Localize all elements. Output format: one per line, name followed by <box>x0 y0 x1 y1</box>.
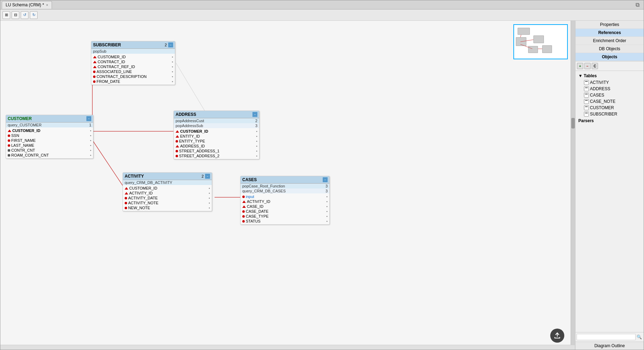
right-panel: Properties References Enrichment Order D… <box>575 21 644 350</box>
svg-line-7 <box>520 40 533 42</box>
tab-close-btn[interactable]: × <box>46 3 48 7</box>
toolbar-btn-sync[interactable]: ↻ <box>30 11 38 19</box>
toolbar-btn-refresh[interactable]: ↺ <box>21 11 28 19</box>
remove-object-btn[interactable]: − <box>584 63 591 69</box>
tree-item-address[interactable]: ADDRESS <box>583 86 642 92</box>
tree-item-label: SUBSCRIBER <box>590 112 617 117</box>
cases-minimize-btn[interactable]: − <box>323 177 328 182</box>
field-icon <box>125 187 128 190</box>
tree-item-label: ADDRESS <box>590 86 610 91</box>
customer-minimize-btn[interactable]: − <box>86 116 91 121</box>
minimap[interactable] <box>513 24 568 59</box>
activity-subheader: query_CRM_DB_ACTIVITY <box>123 180 212 185</box>
clear-object-btn[interactable]: C <box>592 63 598 69</box>
panel-content: ▼ Tables ACTIVITY ADDRESS CASES <box>576 71 644 332</box>
tab-db-objects[interactable]: DB Objects <box>576 45 644 53</box>
lu-schema-tab[interactable]: LU Schema (CRM) * × <box>2 1 52 9</box>
cases-table: CASES − popCase_Root_Function 3 query_CR… <box>240 176 330 225</box>
objects-toolbar: + − C <box>576 61 644 71</box>
field-icon <box>176 135 179 138</box>
tab-enrichment-order[interactable]: Enrichment Order <box>576 37 644 45</box>
activity-title: ACTIVITY <box>125 174 144 179</box>
toolbar: ⊞ ⊟ ↺ ↻ <box>0 9 644 21</box>
activity-table: ACTIVITY 2 − query_CRM_DB_ACTIVITY CUSTO… <box>123 172 212 211</box>
cases-field-2: ACTIVITY_ID• <box>241 199 329 204</box>
subscriber-field-3: CONTRACT_REF_ID• <box>91 64 175 69</box>
scrollbar-thumb <box>571 118 575 128</box>
cases-subheader1: popCase_Root_Function 3 <box>241 184 329 189</box>
tab-properties[interactable]: Properties <box>576 21 644 29</box>
field-dot <box>242 215 245 218</box>
canvas-scrollbar-v[interactable] <box>571 21 575 345</box>
add-object-btn[interactable]: + <box>577 63 583 69</box>
table-icon <box>584 86 589 91</box>
field-dot <box>93 71 96 73</box>
tree-item-subscriber[interactable]: SUBSCRIBER <box>583 111 642 117</box>
table-icon <box>584 80 589 85</box>
activity-field-1: CUSTOMER_ID• <box>123 186 212 191</box>
field-icon <box>176 145 179 147</box>
activity-field-2: ACTIVITY_ID• <box>123 191 212 196</box>
tab-references[interactable]: References <box>576 29 644 37</box>
cases-body: input• ACTIVITY_ID• CASE_ID• CASE_DATE• … <box>241 193 329 224</box>
tree-item-label: CUSTOMER <box>590 105 614 110</box>
customer-table: CUSTOMER − query_CUSTOMER 1 CUSTOMER_ID•… <box>6 115 93 159</box>
tree-item-activity[interactable]: ACTIVITY <box>583 79 642 86</box>
main-content: SUBSCRIBER 2 − popSub CUSTOMER_ID• CONTR… <box>0 21 644 350</box>
search-button[interactable]: 🔍 <box>636 334 643 341</box>
subscriber-body: CUSTOMER_ID• CONTRACT_ID• CONTRACT_REF_I… <box>91 54 175 85</box>
diagram-outline: Diagram Outline <box>576 342 644 350</box>
address-field-2: ENTITY_ID• <box>174 134 259 139</box>
export-button[interactable] <box>550 329 564 343</box>
tab-objects[interactable]: Objects <box>576 53 644 61</box>
cases-field-4: CASE_DATE• <box>241 209 329 214</box>
customer-field-5: CONTR_CNT• <box>6 148 93 153</box>
toolbar-btn-2[interactable]: ⊟ <box>12 11 19 19</box>
address-subheader1: popAddressCust 2 <box>174 118 259 123</box>
customer-header: CUSTOMER − <box>6 115 93 123</box>
address-field-5: STREET_ADDRESS_1• <box>174 148 259 153</box>
cases-field-1: input• <box>241 194 329 199</box>
field-dot <box>93 75 96 78</box>
window-restore-icon[interactable]: ⧉ <box>636 2 642 8</box>
customer-body: CUSTOMER_ID• SSN• FIRST_NAME• LAST_NAME•… <box>6 127 93 158</box>
table-icon <box>584 93 589 98</box>
tree-item-case-note[interactable]: CASE_NOTE <box>583 98 642 105</box>
tree-item-customer[interactable]: CUSTOMER <box>583 105 642 111</box>
field-dot <box>176 155 178 157</box>
address-header: ADDRESS − <box>174 111 259 118</box>
toolbar-btn-1[interactable]: ⊞ <box>2 11 10 19</box>
field-icon <box>93 61 97 63</box>
table-icon <box>584 105 589 110</box>
tree-item-label: CASE_NOTE <box>590 99 616 104</box>
field-dot <box>8 139 10 142</box>
tables-section-label[interactable]: ▼ Tables <box>577 72 642 79</box>
customer-field-2: SSN• <box>6 133 93 138</box>
field-icon <box>242 205 246 208</box>
field-icon <box>93 66 97 68</box>
tab-bar: LU Schema (CRM) * × ⧉ <box>0 0 644 9</box>
address-field-1: CUSTOMER_ID• <box>174 129 259 134</box>
field-icon <box>8 130 11 132</box>
subscriber-minimize-btn[interactable]: − <box>168 42 173 47</box>
canvas-area[interactable]: SUBSCRIBER 2 − popSub CUSTOMER_ID• CONTR… <box>0 21 575 350</box>
subscriber-field-4: ASSOCIATED_LINE• <box>91 69 175 74</box>
activity-minimize-btn[interactable]: − <box>205 174 210 179</box>
field-dot <box>125 202 127 204</box>
cases-header: CASES − <box>241 176 329 184</box>
subscriber-field-5: CONTRACT_DESCRIPTION• <box>91 74 175 79</box>
field-icon <box>93 56 97 58</box>
customer-title: CUSTOMER <box>8 116 32 121</box>
table-icon <box>584 112 589 117</box>
cases-field-6: STATUS• <box>241 219 329 224</box>
field-dot <box>242 210 245 213</box>
activity-badge: 2 <box>202 174 204 178</box>
tree-item-cases[interactable]: CASES <box>583 92 642 98</box>
search-input[interactable] <box>577 334 636 340</box>
address-minimize-btn[interactable]: − <box>252 112 257 117</box>
tree-item-label: CASES <box>590 93 604 98</box>
cases-title: CASES <box>242 177 257 182</box>
table-icon <box>584 99 589 104</box>
field-icon <box>8 154 10 157</box>
canvas-scrollbar-h[interactable] <box>0 345 575 350</box>
